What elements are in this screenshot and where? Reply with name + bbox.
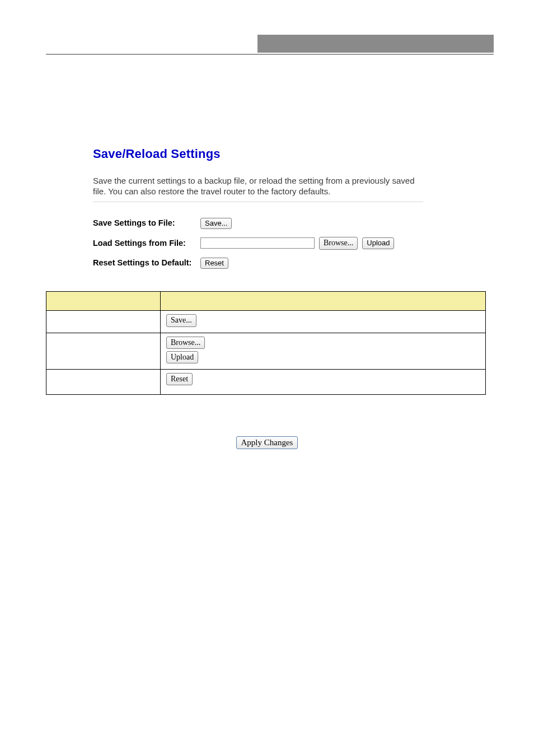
save-label: Save Settings to File: [93, 218, 200, 228]
table-header-row [46, 292, 486, 311]
header-left [0, 35, 257, 53]
table-header-item [46, 292, 161, 311]
table-item-cell [46, 370, 161, 395]
table-row: Reset [46, 370, 486, 395]
upload-button[interactable]: Upload [362, 237, 394, 249]
header-band [0, 35, 534, 53]
table-desc-cell: Reset [161, 370, 486, 395]
browse-button[interactable]: Browse... [319, 237, 358, 249]
load-label: Load Settings from File: [93, 239, 200, 248]
settings-panel: Save/Reload Settings Save the current se… [88, 141, 428, 282]
header-rule [46, 54, 494, 55]
guide-table: Save... Browse... Upload Reset [46, 291, 486, 395]
table-desc-cell: Browse... Upload [161, 333, 486, 369]
apply-changes-button[interactable]: Apply Changes [236, 436, 298, 449]
table-desc-cell: Save... [161, 311, 486, 333]
load-row: Load Settings from File: Browse... Uploa… [93, 237, 423, 249]
reset-row: Reset Settings to Default: Reset [93, 258, 423, 269]
reset-label: Reset Settings to Default: [93, 258, 200, 268]
reset-button[interactable]: Reset [200, 258, 228, 269]
apply-area: Apply Changes [0, 436, 534, 449]
save-button[interactable]: Save... [200, 218, 232, 230]
page-description: Save the current settings to a backup fi… [93, 176, 423, 202]
table-row: Browse... Upload [46, 333, 486, 369]
table-item-cell [46, 311, 161, 333]
load-file-input[interactable] [200, 237, 315, 249]
reset-button-inline[interactable]: Reset [166, 373, 193, 385]
header-right [257, 35, 494, 53]
settings-form: Save Settings to File: Save... Load Sett… [93, 218, 423, 269]
table-item-cell [46, 333, 161, 369]
table-header-desc [161, 292, 486, 311]
browse-button-inline[interactable]: Browse... [166, 337, 205, 349]
upload-button-inline[interactable]: Upload [166, 351, 198, 363]
table-row: Save... [46, 311, 486, 333]
save-row: Save Settings to File: Save... [93, 218, 423, 230]
page-title: Save/Reload Settings [93, 147, 423, 161]
save-button-inline[interactable]: Save... [166, 314, 196, 326]
